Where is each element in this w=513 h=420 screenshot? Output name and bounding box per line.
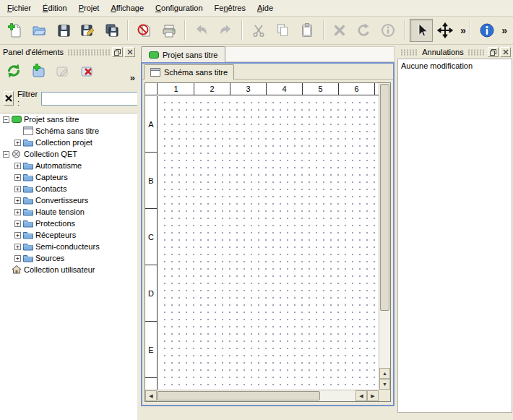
collapse-minus-icon[interactable]: − bbox=[3, 116, 9, 123]
dock-close-button[interactable] bbox=[500, 47, 511, 57]
folder-icon bbox=[23, 219, 33, 228]
project-tabbar: Projet sans titre bbox=[141, 46, 395, 62]
tree-item[interactable]: −Projet sans titre bbox=[0, 113, 137, 125]
tree-item[interactable]: Collection utilisateur bbox=[0, 264, 137, 275]
menu-item-1[interactable]: Édition bbox=[37, 0, 73, 16]
scroll-track[interactable] bbox=[320, 390, 355, 401]
scroll-up-button[interactable]: ▲ bbox=[379, 368, 390, 379]
filter-input[interactable] bbox=[41, 92, 148, 106]
vertical-scrollbar-thumb[interactable] bbox=[380, 84, 389, 311]
expand-plus-icon[interactable]: + bbox=[14, 186, 21, 192]
diagram-canvas[interactable] bbox=[158, 96, 379, 390]
save-button[interactable] bbox=[52, 19, 74, 42]
expand-plus-icon[interactable]: + bbox=[14, 244, 21, 250]
expand-plus-icon[interactable]: + bbox=[14, 174, 21, 181]
reload-collections-button[interactable] bbox=[4, 61, 24, 81]
print-icon bbox=[161, 22, 177, 38]
expand-plus-icon[interactable]: + bbox=[14, 220, 21, 227]
edit-element-icon bbox=[54, 62, 72, 80]
undo-dock-titlebar[interactable]: Annulations bbox=[398, 46, 512, 59]
edit-element-button[interactable] bbox=[53, 61, 73, 81]
tree-item[interactable]: +Automatisme bbox=[0, 160, 137, 171]
panel-toolbar-overflow-button[interactable]: » bbox=[130, 72, 135, 83]
redo-button[interactable] bbox=[215, 19, 237, 42]
dock-float-button[interactable] bbox=[488, 47, 499, 57]
close-document-button[interactable] bbox=[133, 19, 155, 42]
vertical-scrollbar[interactable]: ▲ ▼ bbox=[379, 83, 390, 390]
horizontal-scrollbar-thumb[interactable] bbox=[157, 391, 320, 400]
clear-filter-button[interactable] bbox=[4, 91, 14, 106]
about-qet-button[interactable] bbox=[475, 19, 498, 42]
menu-item-5[interactable]: Fenêtres bbox=[209, 0, 251, 16]
tree-item[interactable]: +Sources bbox=[0, 252, 137, 264]
collapse-minus-icon[interactable]: − bbox=[3, 151, 9, 158]
tree-item[interactable]: +Protections bbox=[0, 218, 137, 229]
tree-item[interactable]: −Collection QET bbox=[0, 148, 137, 160]
toolbar-overflow-button[interactable]: » bbox=[458, 25, 468, 36]
print-button[interactable] bbox=[158, 19, 180, 42]
elements-panel-title: Panel d'éléments bbox=[1, 48, 65, 56]
paste-button[interactable] bbox=[296, 19, 318, 42]
scrollbar-corner bbox=[379, 390, 390, 401]
horizontal-scrollbar[interactable]: ◀ ◀ ▶ bbox=[145, 390, 379, 401]
tab-project[interactable]: Projet sans titre bbox=[141, 46, 225, 62]
column-headers: 123456 bbox=[158, 83, 379, 95]
copy-button[interactable] bbox=[272, 19, 294, 42]
menu-item-4[interactable]: Configuration bbox=[150, 0, 208, 16]
expand-plus-icon[interactable]: + bbox=[14, 209, 21, 215]
menu-item-3[interactable]: Affichage bbox=[105, 0, 150, 16]
expand-plus-icon[interactable]: + bbox=[14, 232, 21, 239]
dock-grip[interactable] bbox=[400, 49, 418, 56]
open-document-button[interactable] bbox=[27, 19, 50, 42]
delete-element-button[interactable] bbox=[77, 61, 98, 81]
tree-item[interactable]: +Contacts bbox=[0, 183, 137, 194]
undo-button[interactable] bbox=[190, 19, 212, 42]
dock-grip[interactable] bbox=[467, 49, 486, 56]
diagram-view[interactable]: 123456 ABCDE bbox=[145, 83, 379, 390]
scroll-right-button[interactable]: ▶ bbox=[367, 390, 379, 401]
save-all-button[interactable] bbox=[100, 19, 123, 42]
scroll-left-button[interactable]: ◀ bbox=[145, 390, 157, 401]
menu-item-2[interactable]: Projet bbox=[73, 0, 105, 16]
folder-icon bbox=[23, 184, 33, 193]
close-icon bbox=[503, 49, 509, 55]
delete-button[interactable] bbox=[329, 19, 351, 42]
tree-item[interactable]: +Convertisseurs bbox=[0, 194, 137, 206]
new-element-button[interactable] bbox=[28, 61, 48, 81]
row-header: E bbox=[145, 322, 157, 378]
menu-item-6[interactable]: Aide bbox=[251, 0, 279, 16]
tree-item[interactable]: +Semi-conducteurs bbox=[0, 241, 137, 252]
menu-item-0[interactable]: Fichier bbox=[1, 0, 37, 16]
tree-item[interactable]: Schéma sans titre bbox=[0, 125, 137, 137]
dock-float-button[interactable] bbox=[112, 47, 123, 57]
scroll-left-button-2[interactable]: ◀ bbox=[355, 390, 367, 401]
tab-schema[interactable]: Schéma sans titre bbox=[144, 64, 234, 80]
scroll-down-button[interactable]: ▼ bbox=[379, 379, 390, 390]
select-mode-button[interactable] bbox=[410, 19, 432, 42]
toolbar-separator bbox=[323, 20, 324, 40]
toolbar-overflow-2-button[interactable]: » bbox=[499, 25, 509, 36]
undo-history-list[interactable]: Aucune modification bbox=[397, 59, 512, 413]
tree-item-label: Collection utilisateur bbox=[24, 265, 95, 274]
rotate-button[interactable] bbox=[353, 19, 375, 42]
tree-item[interactable]: +Collection projet bbox=[0, 137, 137, 148]
pan-mode-button[interactable] bbox=[434, 19, 457, 42]
workspace: Projet sans titre Schéma sans titre bbox=[137, 45, 397, 420]
tree-item[interactable]: +Récepteurs bbox=[0, 229, 137, 241]
cut-button[interactable] bbox=[247, 19, 270, 42]
save-as-button[interactable] bbox=[76, 19, 98, 42]
tree-item[interactable]: +Capteurs bbox=[0, 171, 137, 183]
undo-history-item[interactable]: Aucune modification bbox=[398, 59, 512, 72]
new-document-button[interactable] bbox=[4, 19, 26, 42]
expand-plus-icon[interactable]: + bbox=[14, 255, 21, 262]
new-document-icon bbox=[7, 22, 23, 38]
tree-item[interactable]: +Haute tension bbox=[0, 206, 137, 218]
object-info-button[interactable] bbox=[377, 19, 400, 42]
dock-close-button[interactable] bbox=[124, 47, 135, 57]
menu-bar: FichierÉditionProjetAffichageConfigurati… bbox=[0, 0, 513, 17]
elements-panel-titlebar[interactable]: Panel d'éléments bbox=[1, 46, 136, 59]
expand-plus-icon[interactable]: + bbox=[14, 197, 21, 204]
expand-plus-icon[interactable]: + bbox=[14, 140, 21, 146]
dock-grip[interactable] bbox=[67, 49, 110, 56]
expand-plus-icon[interactable]: + bbox=[14, 163, 21, 169]
